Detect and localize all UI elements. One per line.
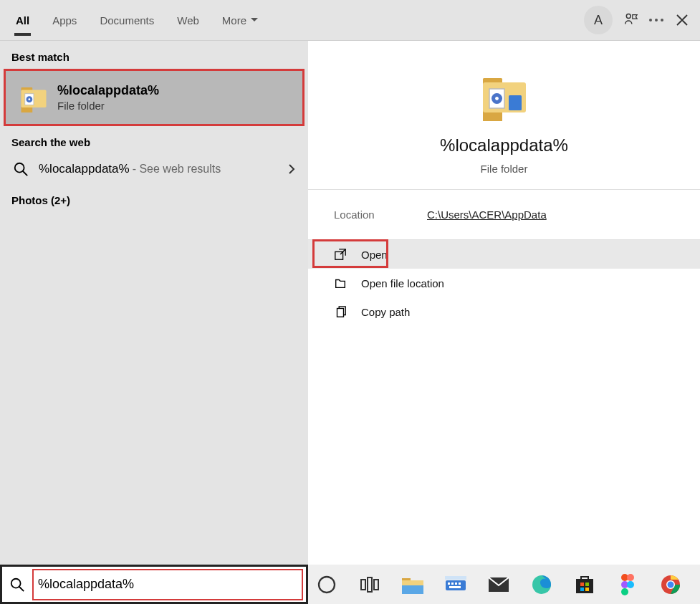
cortana-icon[interactable] bbox=[315, 573, 338, 596]
svg-line-7 bbox=[23, 171, 27, 176]
svg-rect-27 bbox=[451, 583, 454, 585]
action-copy-path[interactable]: Copy path bbox=[308, 297, 700, 326]
best-match-result[interactable]: %localappdata% File folder bbox=[4, 69, 305, 126]
svg-point-43 bbox=[621, 588, 628, 595]
best-match-subtitle: File folder bbox=[57, 100, 159, 112]
best-match-title: %localappdata% bbox=[57, 83, 159, 98]
svg-point-12 bbox=[495, 97, 499, 100]
tab-all[interactable]: All bbox=[4, 0, 41, 40]
svg-rect-13 bbox=[509, 95, 522, 110]
web-result-query: %localappdata% bbox=[39, 162, 130, 176]
action-open-file-location[interactable]: Open file location bbox=[308, 269, 700, 297]
search-filter-tabs: All Apps Documents Web More A bbox=[0, 0, 700, 41]
svg-rect-28 bbox=[455, 583, 457, 585]
feedback-icon[interactable] bbox=[623, 12, 638, 28]
user-avatar[interactable]: A bbox=[584, 6, 613, 34]
open-icon bbox=[334, 248, 347, 261]
web-result[interactable]: %localappdata% - See web results bbox=[0, 154, 308, 184]
svg-rect-24 bbox=[402, 585, 423, 594]
svg-rect-20 bbox=[368, 577, 372, 592]
folder-icon bbox=[479, 69, 530, 121]
location-label: Location bbox=[334, 208, 427, 221]
svg-rect-34 bbox=[576, 579, 593, 593]
photos-heading[interactable]: Photos (2+) bbox=[0, 184, 308, 212]
svg-rect-31 bbox=[445, 576, 466, 580]
action-open[interactable]: Open bbox=[308, 240, 700, 269]
more-options-icon[interactable] bbox=[648, 12, 664, 28]
task-view-icon[interactable] bbox=[358, 573, 381, 596]
svg-rect-35 bbox=[580, 583, 584, 586]
svg-rect-15 bbox=[337, 309, 344, 317]
preview-title: %localappdata% bbox=[322, 135, 686, 155]
copy-icon bbox=[334, 305, 347, 318]
svg-point-18 bbox=[319, 577, 335, 593]
web-result-suffix: - See web results bbox=[133, 163, 221, 176]
svg-point-6 bbox=[15, 163, 24, 173]
microsoft-store-icon[interactable] bbox=[573, 573, 596, 596]
on-screen-keyboard-icon[interactable] bbox=[444, 573, 467, 596]
svg-point-42 bbox=[627, 581, 634, 588]
figma-icon[interactable] bbox=[616, 573, 639, 596]
location-path[interactable]: C:\Users\ACER\AppData bbox=[427, 208, 547, 221]
svg-point-46 bbox=[668, 581, 674, 588]
svg-point-0 bbox=[626, 14, 631, 19]
mail-icon[interactable] bbox=[487, 573, 510, 596]
best-match-heading: Best match bbox=[0, 41, 308, 69]
edge-icon[interactable] bbox=[530, 573, 553, 596]
search-input[interactable] bbox=[38, 570, 302, 599]
search-the-web-heading: Search the web bbox=[0, 126, 308, 154]
svg-rect-26 bbox=[448, 583, 450, 585]
preview-subtitle: File folder bbox=[322, 163, 686, 175]
svg-rect-37 bbox=[580, 588, 584, 591]
close-icon[interactable] bbox=[674, 12, 690, 28]
svg-rect-30 bbox=[449, 586, 461, 588]
svg-rect-19 bbox=[361, 580, 365, 590]
svg-point-5 bbox=[28, 98, 30, 100]
svg-rect-38 bbox=[585, 588, 589, 591]
chevron-right-icon bbox=[288, 163, 295, 175]
tab-apps[interactable]: Apps bbox=[41, 0, 88, 40]
preview-pane: %localappdata% File folder Location C:\U… bbox=[308, 41, 700, 565]
search-box[interactable] bbox=[0, 565, 308, 604]
search-icon bbox=[13, 161, 29, 177]
folder-location-icon bbox=[334, 277, 347, 289]
svg-point-40 bbox=[627, 574, 634, 581]
svg-rect-21 bbox=[374, 580, 378, 590]
svg-line-17 bbox=[19, 586, 24, 590]
search-icon bbox=[9, 577, 25, 593]
svg-rect-29 bbox=[459, 583, 461, 585]
svg-point-16 bbox=[11, 578, 21, 588]
folder-icon bbox=[19, 82, 49, 112]
tab-documents[interactable]: Documents bbox=[88, 0, 166, 40]
chevron-down-icon bbox=[251, 18, 258, 22]
chrome-icon[interactable] bbox=[659, 573, 682, 596]
file-explorer-icon[interactable] bbox=[401, 573, 424, 596]
tab-web[interactable]: Web bbox=[166, 0, 211, 40]
svg-rect-36 bbox=[585, 583, 589, 586]
taskbar bbox=[308, 565, 700, 604]
svg-rect-25 bbox=[446, 580, 466, 590]
results-list: Best match %localappdata% File folder Se… bbox=[0, 41, 308, 565]
tab-more[interactable]: More bbox=[211, 0, 269, 40]
